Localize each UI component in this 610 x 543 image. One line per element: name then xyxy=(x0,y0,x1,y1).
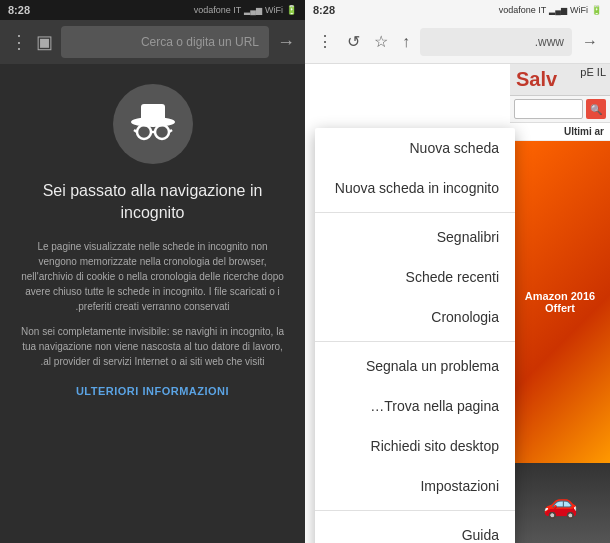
site-header-strip: Salv xyxy=(510,64,610,96)
svg-point-3 xyxy=(155,125,169,139)
menu-divider-1 xyxy=(315,212,515,213)
right-status-bar: 8:28 vodafone IT ▂▄▆ WiFi 🔋 xyxy=(305,0,610,20)
site-search-area: 🔍 xyxy=(510,96,610,123)
site-search-field[interactable] xyxy=(514,99,583,119)
incognito-hat-icon xyxy=(128,100,178,148)
right-url-text: www. xyxy=(535,35,564,49)
right-panel: 8:28 vodafone IT ▂▄▆ WiFi 🔋 ⋮ ↺ ☆ ↑ www.… xyxy=(305,0,610,543)
menu-item-incognito-tab[interactable]: Nuova scheda in incognito xyxy=(315,168,515,208)
left-url-bar[interactable]: Cerca o digita un URL xyxy=(61,26,269,58)
car-image-icon: 🚗 xyxy=(543,487,578,520)
incognito-body2: Non sei completamente invisibile: se nav… xyxy=(20,324,285,369)
site-content-behind: Salv 🔍 Ultimi ar Amazon 2016 Offert 🚗 xyxy=(510,64,610,543)
left-toolbar: ⋮ ▣ Cerca o digita un URL → xyxy=(0,20,305,64)
site-logo: Salv xyxy=(516,68,557,90)
svg-line-5 xyxy=(134,130,137,132)
dropdown-menu: Nuova scheda Nuova scheda in incognito S… xyxy=(315,128,515,543)
menu-item-settings[interactable]: Impostazioni xyxy=(315,466,515,506)
site-promo-banner: Amazon 2016 Offert xyxy=(510,141,610,463)
left-network: vodafone IT xyxy=(194,5,242,15)
svg-line-6 xyxy=(169,130,172,132)
incognito-learn-more-link[interactable]: ULTERIORI INFORMAZIONI xyxy=(76,385,229,397)
menu-divider-2 xyxy=(315,341,515,342)
incognito-content: Sei passato alla navigazione in incognit… xyxy=(0,64,305,543)
left-panel: 8:28 vodafone IT ▂▄▆ WiFi 🔋 ⋮ ▣ Cerca o … xyxy=(0,0,305,543)
left-status-icons: vodafone IT ▂▄▆ WiFi 🔋 xyxy=(194,5,297,15)
left-wifi-icon: WiFi xyxy=(265,5,283,15)
left-signal-icon: ▂▄▆ xyxy=(244,6,262,15)
right-toolbar: ⋮ ↺ ☆ ↑ www. → xyxy=(305,20,610,64)
left-url-placeholder: Cerca o digita un URL xyxy=(141,35,259,49)
right-status-icons: vodafone IT ▂▄▆ WiFi 🔋 xyxy=(499,5,602,15)
right-content-area: Nuova scheda Nuova scheda in incognito S… xyxy=(305,64,610,543)
left-battery-icon: 🔋 xyxy=(286,5,297,15)
right-url-bar[interactable]: www. xyxy=(420,28,572,56)
menu-item-recent-tabs[interactable]: Schede recenti xyxy=(315,257,515,297)
svg-point-2 xyxy=(137,125,151,139)
right-back-icon[interactable]: ↺ xyxy=(343,28,364,55)
incognito-title: Sei passato alla navigazione in incognit… xyxy=(20,180,285,225)
menu-item-history[interactable]: Cronologia xyxy=(315,297,515,337)
right-wifi-icon: WiFi xyxy=(570,5,588,15)
right-menu-icon[interactable]: ⋮ xyxy=(313,28,337,55)
site-bottom-image: 🚗 xyxy=(510,463,610,543)
left-status-bar: 8:28 vodafone IT ▂▄▆ WiFi 🔋 xyxy=(0,0,305,20)
left-menu-icon[interactable]: ⋮ xyxy=(10,31,28,53)
right-go-button[interactable]: → xyxy=(578,29,602,55)
incognito-body1: Le pagine visualizzate nelle schede in i… xyxy=(20,239,285,314)
left-tabs-icon[interactable]: ▣ xyxy=(36,31,53,53)
right-battery-icon: 🔋 xyxy=(591,5,602,15)
right-time: 8:28 xyxy=(313,4,335,16)
right-network: vodafone IT xyxy=(499,5,547,15)
right-share-icon[interactable]: ↑ xyxy=(398,29,414,55)
site-section-title: Ultimi ar xyxy=(510,123,610,141)
menu-item-find[interactable]: Trova nella pagina… xyxy=(315,386,515,426)
right-signal-icon: ▂▄▆ xyxy=(549,6,567,15)
menu-item-guide[interactable]: Guida xyxy=(315,515,515,543)
menu-item-report[interactable]: Segnala un problema xyxy=(315,346,515,386)
menu-item-bookmarks[interactable]: Segnalibri xyxy=(315,217,515,257)
search-icon: 🔍 xyxy=(590,104,602,115)
site-search-button[interactable]: 🔍 xyxy=(586,99,606,119)
svg-rect-1 xyxy=(141,104,165,122)
incognito-icon xyxy=(113,84,193,164)
right-star-icon[interactable]: ☆ xyxy=(370,28,392,55)
menu-divider-3 xyxy=(315,510,515,511)
left-time: 8:28 xyxy=(8,4,30,16)
left-go-button[interactable]: → xyxy=(277,32,295,53)
menu-item-new-tab[interactable]: Nuova scheda xyxy=(315,128,515,168)
site-promo-text: Amazon 2016 Offert xyxy=(516,290,604,314)
incognito-svg xyxy=(128,100,178,148)
menu-item-desktop-site[interactable]: Richiedi sito desktop xyxy=(315,426,515,466)
